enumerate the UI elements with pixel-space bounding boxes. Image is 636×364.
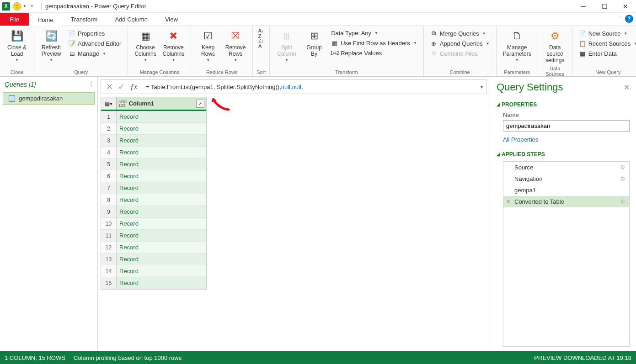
applied-step[interactable]: ✕Converted to Table⚙ [503,196,629,207]
cell[interactable]: Record [117,147,206,158]
cell[interactable]: Record [117,277,206,289]
add-column-tab[interactable]: Add Column [106,13,156,26]
qat-overflow-icon[interactable]: ▾ [31,4,33,8]
cancel-formula-icon[interactable]: ✕ [105,82,114,92]
transform-tab[interactable]: Transform [62,13,107,26]
applied-steps-section[interactable]: ◢APPLIED STEPS [497,151,630,158]
cell[interactable]: Record [117,111,206,122]
applied-step[interactable]: Navigation⚙ [503,173,629,185]
cell[interactable]: Record [117,182,206,194]
table-row[interactable]: 11Record [101,230,206,242]
select-all-corner[interactable]: ▦▾ [101,97,117,110]
cell[interactable]: Record [117,230,206,241]
applied-step[interactable]: Source⚙ [503,162,629,173]
collapse-queries-icon[interactable]: 〈 [86,80,93,89]
cell[interactable]: Record [117,206,206,217]
row-number[interactable]: 1 [101,111,117,122]
row-number[interactable]: 2 [101,123,117,134]
delete-step-icon[interactable]: ✕ [506,199,510,205]
cell[interactable]: Record [117,218,206,229]
table-row[interactable]: 13Record [101,253,206,265]
choose-columns-button[interactable]: ▦ Choose Columns▼ [133,28,158,63]
cell[interactable]: Record [117,253,206,265]
row-number[interactable]: 7 [101,182,117,194]
close-settings-icon[interactable]: ✕ [624,83,630,92]
group-by-button[interactable]: ⊞ Group By [302,28,326,58]
remove-rows-button[interactable]: ☒ Remove Rows▼ [223,28,248,63]
properties-button[interactable]: 📄Properties [66,29,123,38]
step-gear-icon[interactable]: ⚙ [620,164,625,171]
table-row[interactable]: 14Record [101,265,206,277]
home-tab[interactable]: Home [29,14,62,26]
file-tab[interactable]: File [0,13,29,26]
help-icon[interactable]: ? [625,15,633,23]
row-number[interactable]: 11 [101,230,117,241]
table-row[interactable]: 5Record [101,158,206,170]
row-number[interactable]: 6 [101,170,117,182]
manage-button[interactable]: 🗂Manage▼ [66,49,123,58]
query-item[interactable]: gempadirasakan [3,92,95,105]
append-queries-button[interactable]: ⊕Append Queries▼ [428,39,492,48]
cell[interactable]: Record [117,158,206,170]
close-button[interactable]: ✕ [615,0,636,13]
table-row[interactable]: 1Record [101,111,206,123]
all-properties-link[interactable]: All Properties [497,136,630,143]
table-row[interactable]: 8Record [101,194,206,206]
step-gear-icon[interactable]: ⚙ [620,175,625,182]
data-source-settings-button[interactable]: ⚙ Data source settings [543,28,567,64]
row-number[interactable]: 5 [101,158,117,170]
refresh-preview-button[interactable]: 🔄 Refresh Preview ▼ [39,28,64,63]
table-row[interactable]: 12Record [101,242,206,253]
maximize-button[interactable]: ☐ [594,0,615,13]
cell[interactable]: Record [117,170,206,182]
recent-sources-button[interactable]: 📋Recent Sources▼ [577,39,636,48]
sort-asc-button[interactable]: A↓Z [256,29,267,38]
cell[interactable]: Record [117,265,206,277]
formula-text[interactable]: = Table.FromList(gempa1, Splitter.SplitB… [142,80,478,94]
data-type-button[interactable]: Data Type: Any▼ [329,29,419,37]
applied-step[interactable]: gempa1 [503,185,629,196]
commit-formula-icon[interactable]: ✓ [117,82,126,92]
qat-dropdown-icon[interactable]: ▼ [23,4,27,8]
cell[interactable]: Record [117,194,206,206]
cell[interactable]: Record [117,242,206,253]
cell[interactable]: Record [117,123,206,134]
remove-columns-button[interactable]: ✖ Remove Columns▼ [161,28,186,63]
row-number[interactable]: 14 [101,265,117,277]
advanced-editor-button[interactable]: 📝Advanced Editor [66,39,123,48]
first-row-headers-button[interactable]: ▦Use First Row as Headers▼ [329,38,419,47]
fx-icon[interactable]: ƒx [128,83,139,91]
table-row[interactable]: 3Record [101,135,206,147]
column-header[interactable]: ABC 123 Column1 ⤢ [117,97,206,110]
row-number[interactable]: 4 [101,147,117,158]
query-name-input[interactable] [503,120,630,132]
row-number[interactable]: 9 [101,206,117,217]
close-and-load-button[interactable]: 💾 Close & Load ▼ [5,28,29,63]
status-profiling[interactable]: Column profiling based on top 1000 rows [74,354,182,361]
keep-rows-button[interactable]: ☑ Keep Rows▼ [196,28,220,63]
row-number[interactable]: 15 [101,277,117,289]
row-number[interactable]: 10 [101,218,117,229]
table-row[interactable]: 4Record [101,147,206,158]
table-row[interactable]: 7Record [101,182,206,194]
table-row[interactable]: 9Record [101,206,206,218]
step-gear-icon[interactable]: ⚙ [620,198,625,205]
expand-column-button[interactable]: ⤢ [196,100,204,108]
merge-queries-button[interactable]: ⧉Merge Queries▼ [428,29,492,38]
table-row[interactable]: 10Record [101,218,206,230]
properties-section[interactable]: ◢PROPERTIES [497,101,630,108]
manage-parameters-button[interactable]: 🗋 Manage Parameters▼ [501,28,533,63]
replace-values-button[interactable]: 1↦2Replace Values [329,48,419,58]
view-tab[interactable]: View [156,13,187,26]
expand-formula-icon[interactable]: ▾ [481,84,483,90]
row-number[interactable]: 12 [101,242,117,253]
new-source-button[interactable]: 📄New Source▼ [577,29,636,38]
table-row[interactable]: 15Record [101,277,206,289]
row-number[interactable]: 3 [101,135,117,146]
collapse-ribbon-icon[interactable]: ˆ [620,16,621,21]
table-row[interactable]: 6Record [101,170,206,182]
table-row[interactable]: 2Record [101,123,206,135]
face-icon[interactable]: 🙂 [13,2,21,11]
row-number[interactable]: 13 [101,253,117,265]
minimize-button[interactable]: ─ [573,0,594,13]
